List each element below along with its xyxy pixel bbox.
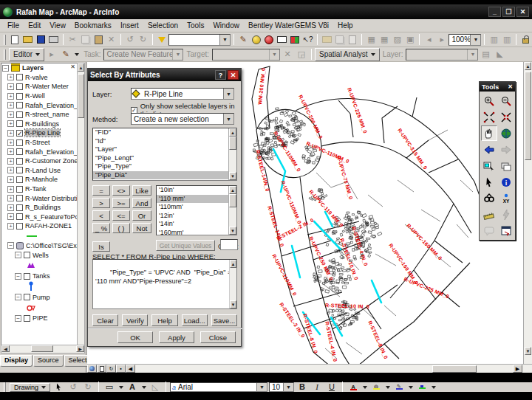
fill-color-button[interactable]: ◍ — [369, 383, 383, 392]
expand-icon[interactable]: + — [7, 213, 14, 220]
spatial-analyst-menu-button[interactable]: Spatial Analyst — [315, 48, 380, 61]
arccatalog-button[interactable] — [250, 33, 262, 46]
toc-item-wells[interactable]: −Wells — [1, 250, 77, 260]
fields-list[interactable]: ▲▼ "FID""Id""Layer""Pipe_Lengt""Pipe_Typ… — [92, 128, 237, 181]
expand-icon[interactable]: + — [7, 139, 14, 146]
add-data-button[interactable] — [156, 33, 168, 46]
expand-icon[interactable]: + — [7, 223, 14, 230]
fixed-zoom-out-tool[interactable] — [498, 109, 514, 125]
toc-layer-r-pipe-line[interactable]: +✓R-Pipe Line — [1, 128, 77, 138]
layer-checkbox[interactable] — [16, 83, 23, 90]
dialog-help-icon[interactable]: ? — [215, 70, 226, 80]
measure-tool[interactable] — [481, 207, 497, 222]
op--button[interactable]: _ % — [92, 223, 110, 233]
expand-icon[interactable]: + — [7, 195, 14, 201]
identify-tool[interactable]: i — [498, 174, 514, 190]
layer-checkbox[interactable] — [16, 176, 23, 183]
drawing-menu-button[interactable]: Drawing — [10, 383, 50, 392]
apply-button[interactable]: Apply — [159, 331, 194, 343]
zoom-percent-combo[interactable]: 100%▼ — [449, 34, 481, 46]
value-110mm[interactable]: '110mm' — [157, 203, 236, 212]
arctoolbox-button[interactable] — [263, 33, 276, 46]
layer-checkbox[interactable] — [16, 195, 23, 201]
help-button[interactable]: Help — [151, 314, 177, 326]
toc-layer-r-water-distribution-zon[interactable]: +R-Water Distribution Zon — [1, 193, 77, 203]
paste-button[interactable] — [92, 33, 105, 46]
item-checkbox[interactable] — [24, 273, 30, 280]
expand-icon[interactable]: + — [7, 74, 14, 80]
tools-palette-titlebar[interactable]: Tools ✕ — [480, 82, 515, 92]
expand-icon[interactable]: + — [7, 83, 14, 90]
field-pipe-dia[interactable]: "Pipe_Dia" — [93, 171, 236, 180]
map-vertical-scrollbar[interactable]: ▲ ▼ — [523, 62, 532, 364]
toc-layer-r-tank[interactable]: +R-Tank — [1, 185, 77, 194]
menu-bentley-watergems-v8i[interactable]: Bentley WaterGEMS V8i — [244, 20, 333, 31]
go-to-xy-tool[interactable]: XY — [498, 190, 514, 206]
layer-checkbox[interactable] — [16, 102, 23, 108]
restore-button[interactable]: ❐ — [502, 7, 515, 17]
layout-view-button[interactable] — [97, 365, 106, 373]
toc-horizontal-scrollbar[interactable]: ◀ ▶ — [1, 345, 85, 354]
toolbar-grip[interactable] — [4, 35, 6, 45]
save-button[interactable]: Save... — [211, 314, 237, 326]
op--button[interactable]: <> — [112, 185, 130, 196]
expand-icon[interactable]: + — [7, 148, 14, 155]
zoom-in-tool[interactable] — [481, 93, 497, 108]
back-extent-tool[interactable] — [481, 142, 497, 157]
value-110-mm[interactable]: '110 mm' — [157, 195, 236, 204]
shape-tool-button[interactable]: ▭ — [103, 383, 116, 392]
menu-file[interactable]: File — [3, 20, 24, 31]
print-button[interactable] — [47, 33, 60, 46]
marker-color-button[interactable] — [415, 383, 429, 392]
toc-item-pump[interactable]: −Pump — [1, 292, 77, 302]
expand-icon[interactable]: + — [7, 93, 14, 100]
fill-color-dropdown[interactable] — [384, 383, 391, 392]
menu-tools[interactable]: Tools — [183, 20, 208, 31]
toc-item-pipe[interactable]: −PIPE — [1, 314, 77, 323]
find-tool[interactable] — [481, 190, 497, 206]
op-and-button[interactable]: And — [132, 198, 151, 208]
toc-layer-r-buildings[interactable]: +R_Buildings — [1, 203, 77, 213]
refresh-view-button[interactable]: ↻ — [106, 365, 116, 373]
model-builder-button[interactable] — [289, 33, 301, 46]
layer-checkbox[interactable] — [16, 167, 23, 173]
layer-checkbox[interactable]: ✓ — [16, 130, 23, 137]
close-button[interactable]: ✕ — [516, 7, 529, 17]
menu-bookmarks[interactable]: Bookmarks — [70, 20, 116, 31]
toc-layer-r-customer-zone-distrib[interactable]: +R-Customer Zone Distrib — [1, 156, 77, 166]
value-12in[interactable]: '12in' — [157, 212, 236, 221]
goto-input[interactable] — [220, 239, 238, 250]
collapse-icon[interactable]: − — [2, 65, 9, 72]
map-hscroll-left[interactable]: ◀ — [126, 365, 135, 373]
italic-button[interactable]: I — [310, 383, 324, 392]
marker-color-dropdown[interactable] — [430, 383, 437, 392]
clear-selected-tool[interactable] — [498, 158, 514, 173]
toc-layer-rafah-elevation-points[interactable]: +Rafah_Elevation_points — [1, 100, 77, 110]
item-checkbox[interactable] — [24, 315, 30, 322]
save-button[interactable] — [35, 33, 47, 46]
line-color-button[interactable]: ✎ — [392, 383, 406, 392]
menu-insert[interactable]: Insert — [116, 20, 143, 31]
op--button[interactable]: ( ) — [112, 223, 130, 233]
menu-selection[interactable]: Selection — [143, 20, 183, 31]
toc-close-icon[interactable]: ✕ — [70, 63, 75, 70]
close-button[interactable]: Close — [200, 331, 236, 343]
values-list[interactable]: ▲▼ '10in''110 mm''110mm''12in''14in''160… — [156, 185, 237, 235]
field-id[interactable]: "Id" — [93, 137, 236, 146]
layer-checkbox[interactable] — [16, 148, 23, 155]
toc-hscroll-thumb[interactable] — [31, 345, 53, 352]
tools-palette-close-icon[interactable]: ✕ — [508, 83, 513, 90]
new-map-button[interactable] — [9, 33, 21, 46]
field-fid[interactable]: "FID" — [93, 128, 236, 137]
menu-edit[interactable]: Edit — [24, 20, 45, 31]
whats-this-button[interactable]: ↖? — [301, 33, 314, 46]
toc-item-tanks[interactable]: −Tanks — [1, 272, 77, 281]
toc-source-group[interactable]: −C:\Office\TSG\Exampl — [1, 241, 77, 251]
command-line-button[interactable] — [276, 33, 288, 46]
expand-icon[interactable]: + — [7, 204, 14, 211]
font-color-button[interactable]: A — [347, 383, 360, 392]
expand-icon[interactable]: + — [7, 102, 14, 108]
layer-combo[interactable]: R-Pipe Line▼ — [131, 88, 234, 100]
font-combo[interactable]: a Arial▼ — [170, 382, 267, 392]
collapse-icon[interactable]: − — [15, 252, 21, 258]
